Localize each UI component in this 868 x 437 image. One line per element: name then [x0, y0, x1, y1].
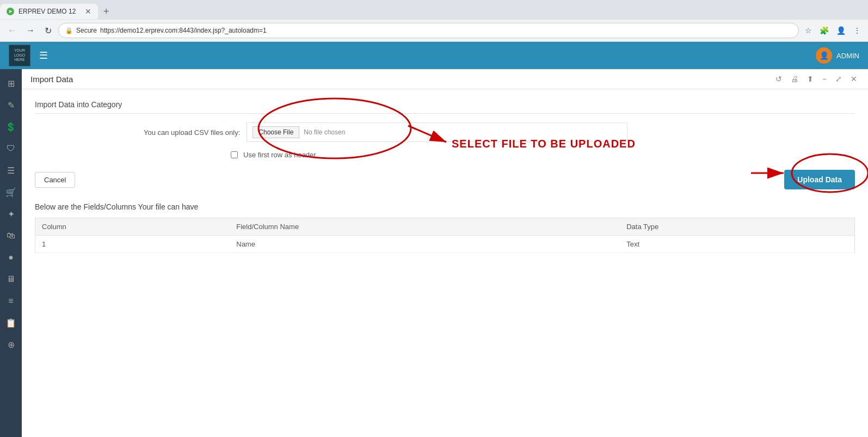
maximize-action-btn[interactable]: ⤢ — [833, 73, 844, 84]
page-header: Import Data ↺ 🖨 ⬆ − ⤢ ✕ — [22, 69, 868, 89]
upload-data-btn[interactable]: Upload Data — [784, 170, 855, 189]
action-row: Cancel Upload Data — [35, 170, 855, 189]
cell-column: 1 — [35, 236, 230, 253]
sidebar-icon-layers[interactable]: ≡ — [1, 291, 21, 311]
logo: YOURLOGOHERE — [9, 45, 30, 66]
reload-btn[interactable]: ↻ — [41, 23, 55, 38]
sidebar-icon-list[interactable]: ☰ — [1, 161, 21, 180]
hamburger-btn[interactable]: ☰ — [39, 50, 48, 61]
page-title: Import Data — [30, 75, 773, 84]
browser-tab[interactable]: ERPREV DEMO 12 ✕ — [0, 4, 98, 19]
fields-title: Below are the Fields/Columns Your file c… — [35, 202, 855, 211]
user-avatar: 👤 — [816, 47, 832, 64]
username-label: ADMIN — [836, 52, 859, 60]
first-row-header-checkbox[interactable] — [231, 151, 238, 158]
bookmark-star-btn[interactable]: ☆ — [802, 24, 815, 36]
sidebar-icon-book[interactable]: 📋 — [1, 313, 21, 333]
back-btn[interactable]: ← — [4, 23, 20, 38]
section-title: Import Data into Category — [35, 100, 855, 114]
checkbox-row: Use first row as header — [35, 151, 855, 159]
sidebar-icon-dashboard[interactable]: ⊞ — [1, 73, 21, 93]
sidebar-icon-shopping[interactable]: 🛒 — [1, 182, 21, 202]
print-action-btn[interactable]: 🖨 — [789, 73, 801, 84]
fields-table: Column Field/Column Name Data Type 1Name… — [35, 218, 855, 253]
app-header: YOURLOGOHERE ☰ 👤 ADMIN — [0, 42, 868, 69]
cell-type: Text — [620, 236, 854, 253]
choose-file-btn[interactable]: Choose File — [253, 126, 299, 138]
minimize-action-btn[interactable]: − — [820, 73, 829, 84]
sidebar-icon-dollar[interactable]: 💲 — [1, 117, 21, 137]
sidebar-icon-shield[interactable]: 🛡 — [1, 139, 21, 158]
forward-btn[interactable]: → — [23, 23, 38, 38]
menu-btn[interactable]: ⋮ — [851, 24, 864, 36]
csv-label: You can upload CSV files only: — [144, 128, 240, 137]
sidebar-icon-monitor[interactable]: 🖥 — [1, 269, 21, 289]
account-btn[interactable]: 👤 — [834, 24, 848, 36]
file-upload-row: You can upload CSV files only: Choose Fi… — [35, 122, 855, 142]
sidebar-icon-globe[interactable]: ⊕ — [1, 335, 21, 354]
main-content: Import Data ↺ 🖨 ⬆ − ⤢ ✕ Import Data into… — [22, 69, 868, 437]
cell-name: Name — [230, 236, 620, 253]
sidebar-icon-cart[interactable]: 🛍 — [1, 226, 21, 245]
secure-icon: 🔒 — [65, 27, 73, 34]
sidebar-icon-edit[interactable]: ✎ — [1, 95, 21, 115]
secure-label: Secure — [76, 27, 97, 34]
table-row: 1NameText — [35, 236, 855, 253]
close-action-btn[interactable]: ✕ — [848, 73, 859, 84]
no-file-text: No file chosen — [304, 128, 345, 136]
file-input-area: Choose File No file chosen — [247, 122, 627, 142]
url-text: https://demo12.erprev.com:8443/index.jsp… — [100, 27, 267, 34]
col-header-column: Column — [35, 218, 230, 236]
col-header-name: Field/Column Name — [230, 218, 620, 236]
col-header-type: Data Type — [620, 218, 854, 236]
checkbox-label: Use first row as header — [243, 151, 316, 159]
upload-action-btn[interactable]: ⬆ — [805, 73, 816, 84]
fields-section: Below are the Fields/Columns Your file c… — [35, 202, 855, 253]
tab-close-btn[interactable]: ✕ — [85, 7, 91, 16]
tab-title: ERPREV DEMO 12 — [19, 8, 76, 15]
new-tab-btn[interactable]: + — [98, 4, 115, 20]
address-bar[interactable]: 🔒 Secure https://demo12.erprev.com:8443/… — [58, 23, 799, 38]
cancel-btn[interactable]: Cancel — [35, 172, 75, 188]
sidebar-icon-star[interactable]: ✦ — [1, 204, 21, 224]
sidebar-icon-person[interactable]: ● — [1, 248, 21, 267]
tab-favicon — [7, 8, 14, 15]
extensions-btn[interactable]: 🧩 — [817, 24, 832, 36]
refresh-action-btn[interactable]: ↺ — [773, 73, 784, 84]
sidebar: ⊞ ✎ 💲 🛡 ☰ 🛒 ✦ 🛍 ● 🖥 ≡ 📋 ⊕ — [0, 69, 22, 437]
